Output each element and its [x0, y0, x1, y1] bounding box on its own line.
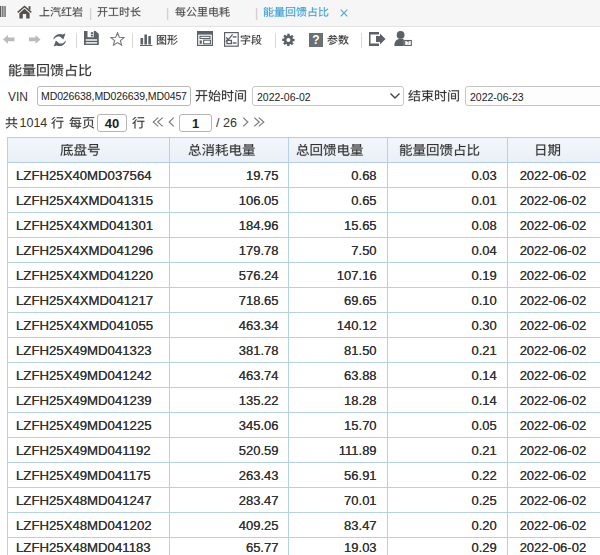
svg-text:?: ? — [407, 40, 410, 46]
